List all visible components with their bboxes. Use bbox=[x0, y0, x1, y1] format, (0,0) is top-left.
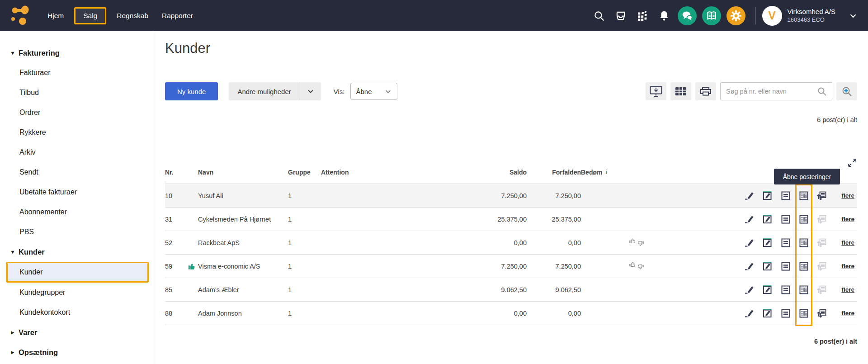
table-row[interactable]: 88 Adam Jonnson 1 0,00 0,00 flere bbox=[165, 302, 857, 325]
open-entries-button[interactable] bbox=[795, 214, 813, 225]
col-header-forfalden[interactable]: Forfalden bbox=[527, 169, 581, 176]
help-book-button[interactable] bbox=[702, 6, 721, 25]
export-button[interactable] bbox=[646, 82, 666, 100]
show-filter-select[interactable]: Åbne bbox=[350, 83, 397, 100]
sidebar-item-kunder-selected[interactable]: Kunder bbox=[6, 262, 149, 283]
edit-pen-button[interactable] bbox=[741, 261, 759, 272]
open-entries-button[interactable] bbox=[795, 308, 813, 319]
table-row[interactable]: 52 Rackbeat ApS 1 0,00 0,00 flere bbox=[165, 231, 857, 255]
edit-customer-button[interactable] bbox=[759, 190, 777, 201]
customer-name[interactable]: Rackbeat ApS bbox=[198, 239, 240, 246]
more-link[interactable]: flere bbox=[841, 216, 854, 222]
apps-grid-icon[interactable] bbox=[637, 10, 648, 22]
chat-support-button[interactable] bbox=[678, 6, 697, 25]
col-header-attention[interactable]: Attention bbox=[321, 169, 389, 176]
open-entries-button[interactable] bbox=[795, 237, 813, 248]
sidebar-item-ubetalte-fakturaer[interactable]: Ubetalte fakturaer bbox=[0, 182, 153, 202]
invoices-button[interactable] bbox=[777, 261, 795, 272]
invoices-button[interactable] bbox=[777, 284, 795, 295]
advanced-search-button[interactable] bbox=[836, 82, 857, 100]
other-options-button[interactable]: Andre muligheder bbox=[229, 82, 321, 100]
table-row[interactable]: 10 Yusuf Ali 1 7.250,00 7.250,00 flere bbox=[165, 184, 857, 208]
edit-pen-button[interactable] bbox=[741, 237, 759, 248]
nav-item-regnskab[interactable]: Regnskab bbox=[110, 7, 155, 24]
sidebar-item-kundekontokort[interactable]: Kundekontokort bbox=[0, 303, 153, 322]
sidebar-item-pbs[interactable]: PBS bbox=[0, 222, 153, 242]
edit-pen-button[interactable] bbox=[741, 190, 759, 201]
settings-button[interactable] bbox=[726, 6, 745, 25]
col-header-gruppe[interactable]: Gruppe bbox=[288, 169, 321, 176]
open-entries-button[interactable] bbox=[795, 190, 813, 201]
new-customer-button[interactable]: Ny kunde bbox=[165, 82, 218, 100]
col-header-saldo[interactable]: Saldo bbox=[389, 169, 527, 176]
edit-customer-button[interactable] bbox=[759, 237, 777, 248]
table-row[interactable]: 85 Adam's Æbler 1 9.062,50 9.062,50 fler… bbox=[165, 278, 857, 302]
edit-pen-button[interactable] bbox=[741, 284, 759, 295]
company-avatar[interactable]: V bbox=[762, 6, 782, 26]
sidebar-item-arkiv[interactable]: Arkiv bbox=[0, 142, 153, 162]
box-pen-icon bbox=[762, 284, 773, 295]
search-icon[interactable] bbox=[593, 10, 605, 22]
print-button[interactable] bbox=[695, 82, 716, 100]
edit-customer-button[interactable] bbox=[759, 214, 777, 225]
edit-customer-button[interactable] bbox=[759, 284, 777, 295]
search-submit[interactable] bbox=[812, 86, 832, 96]
sidebar-header-opsaetning[interactable]: ▸ Opsætning bbox=[0, 342, 153, 362]
transfer-button[interactable] bbox=[813, 190, 831, 201]
expand-table-button[interactable] bbox=[847, 158, 857, 170]
economic-logo[interactable] bbox=[9, 5, 33, 27]
open-entries-button[interactable] bbox=[795, 284, 813, 295]
nav-item-rapporter[interactable]: Rapporter bbox=[155, 7, 200, 24]
nav-item-hjem[interactable]: Hjem bbox=[41, 7, 71, 24]
sidebar-item-rykkere[interactable]: Rykkere bbox=[0, 123, 153, 142]
sidebar-item-abonnementer[interactable]: Abonnementer bbox=[0, 202, 153, 222]
rate-thumbs-icon[interactable] bbox=[629, 260, 644, 271]
sidebar-header-kunder[interactable]: ▾ Kunder bbox=[0, 242, 153, 262]
notifications-bell-icon[interactable] bbox=[658, 10, 670, 22]
transfer-button[interactable] bbox=[813, 308, 831, 319]
edit-pen-button[interactable] bbox=[741, 308, 759, 319]
edit-pen-button[interactable] bbox=[741, 214, 759, 225]
info-icon[interactable]: i bbox=[605, 168, 607, 176]
sidebar-item-tilbud[interactable]: Tilbud bbox=[0, 83, 153, 103]
open-entries-button[interactable] bbox=[795, 261, 813, 272]
inbox-icon[interactable] bbox=[615, 10, 627, 22]
sidebar-item-sendt[interactable]: Sendt bbox=[0, 162, 153, 182]
invoices-button[interactable] bbox=[777, 308, 795, 319]
invoices-button[interactable] bbox=[777, 190, 795, 201]
more-link[interactable]: flere bbox=[841, 310, 854, 317]
chevron-down-icon[interactable] bbox=[849, 12, 857, 20]
invoices-button[interactable] bbox=[777, 214, 795, 225]
table-row[interactable]: 31 Cykelsmeden På Hjørnet 1 25.375,00 25… bbox=[165, 208, 857, 231]
sidebar-item-kundegrupper[interactable]: Kundegrupper bbox=[0, 283, 153, 303]
edit-customer-button[interactable] bbox=[759, 308, 777, 319]
customer-group: 1 bbox=[288, 192, 321, 199]
customer-name[interactable]: Adam Jonnson bbox=[198, 310, 242, 317]
more-link[interactable]: flere bbox=[841, 192, 854, 199]
table-row[interactable]: 59 Visma e-conomic A/S 1 7.250,00 7.250,… bbox=[165, 255, 857, 278]
chevron-down-icon[interactable] bbox=[300, 82, 321, 100]
more-link[interactable]: flere bbox=[841, 263, 854, 269]
customer-name[interactable]: Adam's Æbler bbox=[198, 286, 239, 293]
column-layout-button[interactable] bbox=[670, 82, 691, 100]
pen-icon bbox=[744, 284, 755, 295]
sidebar-header-fakturering[interactable]: ▾ Fakturering bbox=[0, 43, 153, 63]
col-header-nr[interactable]: Nr. bbox=[165, 169, 198, 176]
more-link[interactable]: flere bbox=[841, 239, 854, 246]
more-link[interactable]: flere bbox=[841, 286, 854, 293]
sidebar-item-ordrer[interactable]: Ordrer bbox=[0, 103, 153, 123]
search-input[interactable] bbox=[721, 88, 812, 95]
invoices-button[interactable] bbox=[777, 237, 795, 248]
sidebar-header-varer[interactable]: ▸ Varer bbox=[0, 322, 153, 342]
sidebar: ▾ Fakturering Fakturaer Tilbud Ordrer Ry… bbox=[0, 31, 153, 364]
col-header-bedom[interactable]: Bedøm bbox=[581, 169, 602, 176]
company-switcher[interactable]: Virksomhed A/S 1603463 ECO bbox=[788, 7, 835, 24]
rate-thumbs-icon[interactable] bbox=[629, 237, 644, 247]
sidebar-item-fakturaer[interactable]: Fakturaer bbox=[0, 63, 153, 83]
col-header-navn[interactable]: Navn bbox=[198, 169, 288, 176]
customer-name[interactable]: Visma e-conomic A/S bbox=[198, 263, 260, 270]
customer-name[interactable]: Cykelsmeden På Hjørnet bbox=[198, 216, 271, 223]
customer-name[interactable]: Yusuf Ali bbox=[198, 192, 223, 199]
edit-customer-button[interactable] bbox=[759, 261, 777, 272]
nav-item-salg[interactable]: Salg bbox=[74, 7, 106, 24]
